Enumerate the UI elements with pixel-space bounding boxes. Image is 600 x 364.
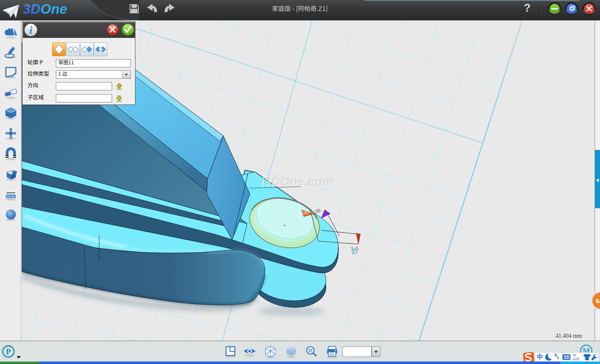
svg-text:i: i (30, 25, 32, 36)
svg-text:14: 14 (576, 358, 579, 361)
svg-text:1, 5: 1, 5 (351, 246, 358, 252)
svg-text:P: P (6, 347, 11, 356)
svg-text:64: 64 (596, 297, 600, 304)
svg-text:-20: -20 (314, 208, 320, 214)
svg-text:i3DOne.com: i3DOne.com (260, 175, 333, 188)
svg-text:41.404 mm: 41.404 mm (555, 333, 582, 339)
